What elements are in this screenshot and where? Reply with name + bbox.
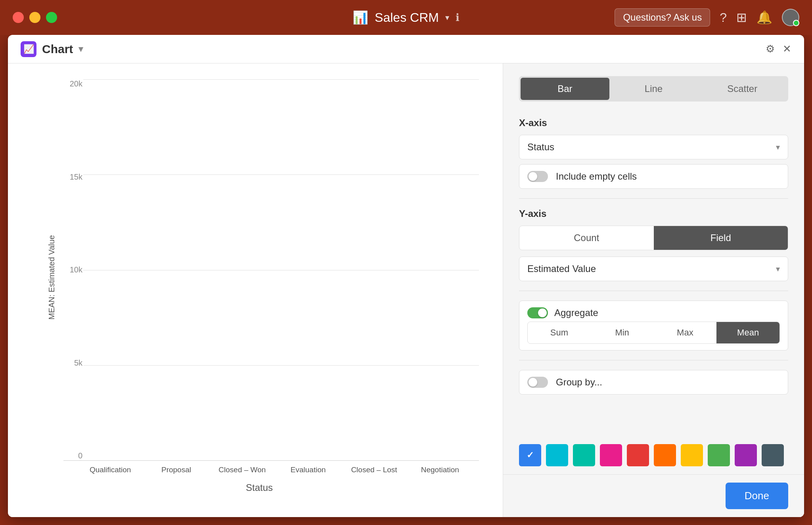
content-area: MEAN: Estimated Value: [8, 63, 804, 517]
xaxis-field-select[interactable]: Status ▾: [519, 135, 788, 159]
close-traffic-light[interactable]: [13, 12, 24, 23]
swatch-yellow[interactable]: [681, 444, 703, 466]
x-label-negotiation: Negotiation: [413, 466, 467, 474]
window-header: 📈 Chart ▾ ⚙ ✕: [8, 35, 804, 63]
min-button[interactable]: Min: [591, 322, 654, 343]
window-title: Chart: [42, 42, 73, 56]
xaxis-field-value: Status: [527, 142, 554, 153]
color-swatches-area: [503, 436, 804, 474]
tab-scatter[interactable]: Scatter: [698, 78, 787, 100]
panel-footer: Done: [503, 474, 804, 517]
yaxis-type-row: Count Field: [519, 226, 788, 250]
swatch-gray[interactable]: [762, 444, 784, 466]
bell-icon[interactable]: 🔔: [756, 10, 772, 25]
yaxis-field-value: Estimated Value: [527, 263, 596, 274]
group-by-row: Group by...: [519, 370, 788, 395]
x-axis-title: Status: [40, 482, 479, 493]
titlebar-right: Questions? Ask us ? ⊞ 🔔: [615, 8, 799, 27]
swatch-pink[interactable]: [600, 444, 622, 466]
y-tick-10k: 10k: [70, 265, 82, 274]
y-tick-20k: 20k: [70, 79, 82, 88]
include-empty-cells-row: Include empty cells: [519, 164, 788, 189]
x-label-closed-won: Closed – Won: [215, 466, 269, 474]
traffic-lights: [13, 12, 57, 23]
count-button[interactable]: Count: [519, 226, 654, 250]
sum-button[interactable]: Sum: [528, 322, 591, 343]
mean-button[interactable]: Mean: [716, 322, 779, 343]
xaxis-dropdown-icon: ▾: [776, 142, 780, 152]
aggregate-box: Aggregate Sum Min Max Mean: [519, 301, 788, 351]
chart-type-tabs: Bar Line Scatter: [519, 76, 788, 102]
y-tick-0: 0: [78, 451, 82, 460]
toggle-knob: [529, 172, 537, 181]
app-dropdown-icon[interactable]: ▾: [445, 13, 449, 22]
include-empty-label: Include empty cells: [556, 171, 637, 182]
panel-content: Bar Line Scatter X-axis Status ▾ Include…: [503, 63, 804, 436]
field-button[interactable]: Field: [654, 226, 788, 250]
tab-line[interactable]: Line: [609, 78, 698, 100]
swatch-red[interactable]: [627, 444, 649, 466]
group-by-toggle[interactable]: [527, 377, 548, 388]
minimize-traffic-light[interactable]: [29, 12, 40, 23]
titlebar: 📊 Sales CRM ▾ ℹ Questions? Ask us ? ⊞ 🔔: [0, 0, 812, 35]
app-title: Sales CRM: [375, 10, 439, 25]
swatch-blue[interactable]: [519, 444, 541, 466]
tab-bar[interactable]: Bar: [521, 78, 609, 100]
app-title-area: 📊 Sales CRM ▾ ℹ: [352, 10, 460, 25]
window-title-dropdown[interactable]: ▾: [79, 44, 83, 54]
x-label-qualification: Qualification: [83, 466, 137, 474]
chart-icon: 📈: [21, 41, 36, 57]
window-controls: ⚙ ✕: [766, 43, 791, 55]
right-panel: Bar Line Scatter X-axis Status ▾ Include…: [503, 63, 804, 517]
chart-area: MEAN: Estimated Value: [8, 63, 503, 517]
x-label-evaluation: Evaluation: [281, 466, 335, 474]
ask-us-button[interactable]: Questions? Ask us: [615, 8, 710, 27]
close-icon[interactable]: ✕: [783, 43, 791, 55]
section-divider-1: [519, 198, 788, 199]
window-title-area: 📈 Chart ▾: [21, 41, 83, 57]
x-label-closed-lost: Closed – Lost: [347, 466, 401, 474]
main-window: 📈 Chart ▾ ⚙ ✕ MEAN: Estimated Value: [8, 35, 804, 517]
swatch-purple[interactable]: [735, 444, 757, 466]
aggregate-toggle-knob: [538, 308, 547, 317]
help-icon[interactable]: ?: [720, 10, 727, 25]
swatch-teal[interactable]: [573, 444, 595, 466]
swatch-orange[interactable]: [654, 444, 676, 466]
section-divider-3: [519, 360, 788, 360]
chart-container: MEAN: Estimated Value: [40, 79, 479, 493]
group-by-toggle-knob: [529, 378, 537, 387]
y-axis-label: MEAN: Estimated Value: [47, 198, 56, 357]
app-icon: 📊: [352, 10, 368, 25]
swatch-green[interactable]: [708, 444, 730, 466]
swatch-cyan[interactable]: [546, 444, 568, 466]
max-button[interactable]: Max: [654, 322, 717, 343]
done-button[interactable]: Done: [726, 483, 788, 509]
section-divider-2: [519, 291, 788, 291]
y-tick-5k: 5k: [74, 358, 82, 368]
x-label-proposal: Proposal: [149, 466, 203, 474]
yaxis-dropdown-icon: ▾: [776, 264, 780, 274]
maximize-traffic-light[interactable]: [46, 12, 57, 23]
group-by-label: Group by...: [556, 377, 602, 388]
include-empty-toggle[interactable]: [527, 171, 548, 182]
y-tick-15k: 15k: [70, 172, 82, 182]
avatar[interactable]: [782, 9, 799, 26]
aggregate-label: Aggregate: [554, 307, 598, 318]
aggregate-toggle[interactable]: [527, 307, 548, 318]
yaxis-field-select[interactable]: Estimated Value ▾: [519, 257, 788, 281]
settings-icon[interactable]: ⚙: [766, 43, 775, 55]
xaxis-label: X-axis: [519, 117, 788, 128]
aggregate-options: Sum Min Max Mean: [527, 322, 780, 344]
yaxis-label: Y-axis: [519, 208, 788, 219]
app-info-icon[interactable]: ℹ: [456, 11, 460, 24]
grid-icon[interactable]: ⊞: [736, 10, 747, 25]
